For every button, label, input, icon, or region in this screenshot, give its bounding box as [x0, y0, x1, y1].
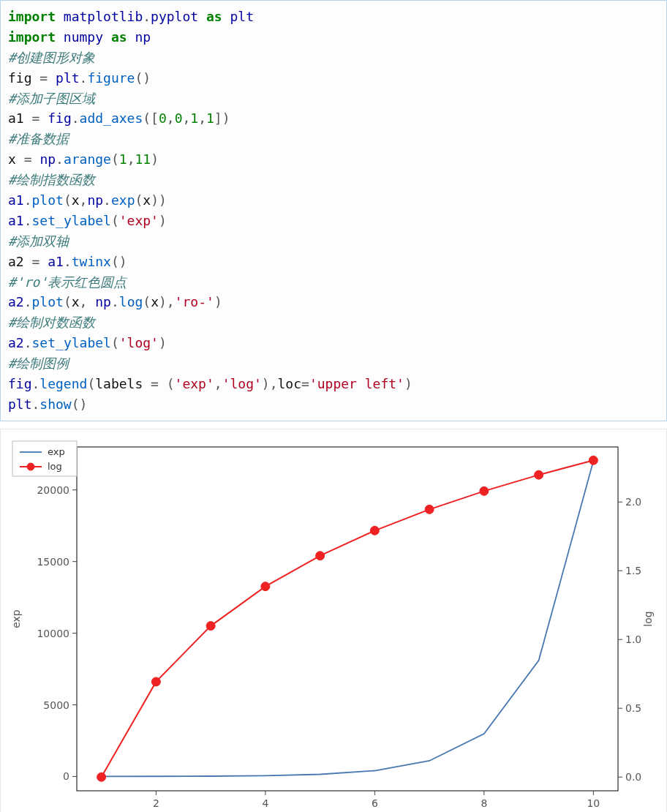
svg-point-17	[27, 463, 34, 470]
legend-label-exp: exp	[48, 446, 65, 457]
y-right-tick-label: 1.5	[625, 565, 641, 576]
x-tick-label: 8	[481, 797, 487, 809]
y-right-tick-label: 1.0	[625, 634, 641, 645]
chart-output: 246810050001000015000200000.00.51.01.52.…	[0, 429, 667, 812]
x-tick-label: 4	[262, 797, 268, 809]
y-left-label: exp	[10, 609, 22, 628]
y-right-tick-label: 0.5	[625, 702, 641, 714]
marker-icon	[425, 505, 434, 514]
y-right-tick-label: 0.0	[625, 771, 641, 783]
marker-icon	[97, 772, 106, 781]
x-tick-label: 2	[153, 797, 159, 809]
marker-icon	[480, 486, 489, 495]
marker-icon	[206, 621, 215, 630]
series-exp	[102, 461, 594, 776]
x-tick-label: 6	[372, 797, 378, 809]
y-left-tick-label: 15000	[37, 555, 69, 567]
twin-axis-chart: 246810050001000015000200000.00.51.01.52.…	[4, 432, 662, 812]
marker-icon	[535, 470, 543, 479]
marker-icon	[316, 552, 325, 560]
y-right-label: log	[642, 611, 654, 626]
marker-icon	[370, 526, 379, 535]
marker-icon	[261, 582, 270, 590]
y-left-tick-label: 0	[63, 770, 69, 782]
python-code-block: import matplotlib.pyplot as plt import n…	[0, 0, 667, 421]
marker-icon	[589, 456, 598, 465]
legend-label-log: log	[48, 461, 62, 472]
legend	[12, 441, 77, 476]
y-left-tick-label: 5000	[43, 699, 69, 710]
y-left-tick-label: 20000	[37, 484, 69, 496]
y-right-tick-label: 2.0	[625, 496, 641, 508]
y-left-tick-label: 10000	[37, 627, 69, 639]
plot-frame	[77, 447, 618, 791]
x-tick-label: 10	[587, 797, 600, 809]
marker-icon	[151, 677, 160, 686]
series-log	[102, 460, 594, 777]
